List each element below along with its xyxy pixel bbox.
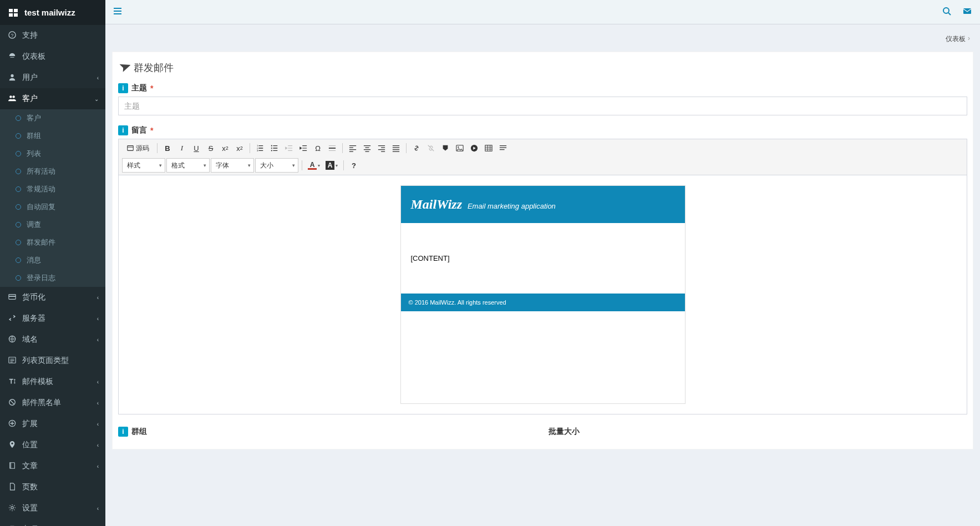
align-center-button[interactable] (360, 141, 374, 155)
sidebar-sub-label: 消息 (27, 255, 41, 265)
sidebar-item-label: 设置 (22, 503, 38, 513)
sidebar-header: test mailwizz (0, 0, 105, 25)
table-button[interactable] (482, 141, 495, 155)
toolbar-source-button[interactable]: 源码 (122, 141, 154, 155)
link-button[interactable] (410, 141, 423, 155)
superscript-button[interactable]: x2 (233, 141, 246, 155)
email-template-preview: MailWizz Email marketing application [CO… (400, 185, 686, 404)
sidebar-submenu-customers: 客户 群组 列表 所有活动 常规活动 自动回复 调查 群发邮件 消息 登录日志 (0, 109, 105, 287)
main-content: 仪表板 › 群发邮件 i 主题 * (105, 0, 980, 526)
sidebar-item-domains[interactable]: 域名 ‹ (0, 329, 105, 350)
search-button[interactable] (942, 7, 951, 18)
image-button[interactable] (453, 141, 466, 155)
bold-button[interactable]: B (161, 141, 174, 155)
size-select[interactable]: 大小 (255, 158, 298, 173)
chevron-left-icon: ‹ (97, 442, 99, 448)
indent-button[interactable] (297, 141, 310, 155)
sidebar-item-label: 邮件黑名单 (22, 398, 61, 408)
sidebar-item-label: 页数 (22, 482, 38, 492)
sidebar-sub-lists[interactable]: 列表 (0, 145, 105, 163)
sidebar-item-misc[interactable]: 杂项 ‹ (0, 519, 105, 526)
svg-point-18 (271, 145, 272, 146)
sidebar-item-label: 扩展 (22, 419, 38, 429)
help-button[interactable]: ? (347, 159, 360, 172)
special-char-button[interactable]: Ω (311, 141, 324, 155)
sidebar-sub-label: 群发邮件 (27, 237, 55, 247)
text-color-button[interactable]: A▾ (306, 159, 322, 172)
rich-text-editor: 源码 B I U S x2 x2 1 (118, 139, 967, 414)
sidebar-item-extend[interactable]: 扩展 ‹ (0, 413, 105, 434)
sidebar-sub-label: 自动回复 (27, 202, 55, 212)
anchor-button[interactable] (439, 141, 452, 155)
embed-button[interactable] (468, 141, 481, 155)
sidebar-item-settings[interactable]: 设置 ‹ (0, 498, 105, 519)
sidebar-item-pages[interactable]: 页数 (0, 477, 105, 498)
align-right-button[interactable] (375, 141, 388, 155)
font-select[interactable]: 字体 (211, 158, 254, 173)
sidebar-item-label: 仪表板 (22, 52, 45, 62)
breadcrumb-item[interactable]: 仪表板 (946, 34, 966, 44)
bullet-list-button[interactable] (268, 141, 281, 155)
sidebar: test mailwizz ? 支持 仪表板 用户 ‹ (0, 0, 105, 526)
editor-body[interactable]: MailWizz Email marketing application [CO… (119, 175, 967, 414)
sidebar-item-label: 客户 (22, 94, 38, 104)
sidebar-sub-regular-campaigns[interactable]: 常规活动 (0, 180, 105, 198)
editor-toolbar: 源码 B I U S x2 x2 1 (119, 139, 967, 175)
sidebar-item-support[interactable]: ? 支持 (0, 25, 105, 46)
bg-color-button[interactable]: A▾ (323, 159, 340, 172)
list-alt-icon (7, 356, 18, 366)
sidebar-item-dashboard[interactable]: 仪表板 (0, 46, 105, 67)
breadcrumb-separator: › (968, 34, 970, 44)
svg-point-22 (458, 146, 459, 148)
sidebar-item-locations[interactable]: 位置 ‹ (0, 434, 105, 456)
info-icon[interactable]: i (118, 125, 128, 135)
sidebar-sub-mass-email[interactable]: 群发邮件 (0, 234, 105, 251)
sidebar-item-monetization[interactable]: 货币化 ‹ (0, 287, 105, 308)
show-blocks-button[interactable] (496, 141, 510, 155)
horizontal-rule-button[interactable] (326, 141, 339, 155)
align-justify-button[interactable] (389, 141, 403, 155)
user-icon (7, 73, 18, 83)
mail-button[interactable] (962, 7, 972, 18)
sidebar-item-email-templates[interactable]: 邮件模板 ‹ (0, 371, 105, 392)
align-left-button[interactable] (346, 141, 359, 155)
unlink-button[interactable] (424, 141, 438, 155)
format-select[interactable]: 格式 (166, 158, 210, 173)
sidebar-sub-surveys[interactable]: 调查 (0, 216, 105, 234)
info-icon[interactable]: i (118, 83, 128, 93)
sidebar-item-articles[interactable]: 文章 ‹ (0, 456, 105, 477)
info-icon[interactable]: i (118, 427, 128, 437)
outdent-button[interactable] (282, 141, 296, 155)
map-marker-icon (7, 441, 18, 450)
sidebar-item-label: 服务器 (22, 313, 45, 323)
strike-button[interactable]: S (204, 141, 217, 155)
sidebar-sub-messages[interactable]: 消息 (0, 251, 105, 269)
svg-text:?: ? (11, 32, 14, 38)
subscript-button[interactable]: x2 (219, 141, 232, 155)
exchange-icon (7, 314, 18, 323)
sidebar-sub-all-campaigns[interactable]: 所有活动 (0, 163, 105, 180)
users-icon (7, 94, 18, 104)
sidebar-sub-groups[interactable]: 群组 (0, 127, 105, 145)
sidebar-item-email-blacklist[interactable]: 邮件黑名单 ‹ (0, 392, 105, 413)
sidebar-sub-autoresponders[interactable]: 自动回复 (0, 198, 105, 216)
email-header: MailWizz Email marketing application (401, 186, 685, 223)
sidebar-item-list-page-types[interactable]: 列表页面类型 (0, 350, 105, 371)
underline-button[interactable]: U (190, 141, 203, 155)
numbered-list-button[interactable]: 123 (253, 141, 267, 155)
sidebar-sub-customers[interactable]: 客户 (0, 109, 105, 127)
sidebar-sub-label: 常规活动 (27, 184, 55, 194)
credit-card-icon (7, 293, 18, 302)
sidebar-sub-login-logs[interactable]: 登录日志 (0, 269, 105, 287)
sidebar-item-customers[interactable]: 客户 ⌄ (0, 88, 105, 109)
italic-button[interactable]: I (175, 141, 189, 155)
subject-input[interactable] (118, 97, 967, 115)
sidebar-item-users[interactable]: 用户 ‹ (0, 67, 105, 88)
svg-point-11 (11, 506, 13, 508)
chevron-left-icon: ‹ (97, 316, 99, 322)
sidebar-toggle-button[interactable] (113, 7, 122, 18)
chevron-left-icon: ‹ (97, 463, 99, 469)
sidebar-item-servers[interactable]: 服务器 ‹ (0, 308, 105, 329)
styles-select[interactable]: 样式 (122, 158, 165, 173)
sidebar-sub-label: 客户 (27, 113, 41, 123)
